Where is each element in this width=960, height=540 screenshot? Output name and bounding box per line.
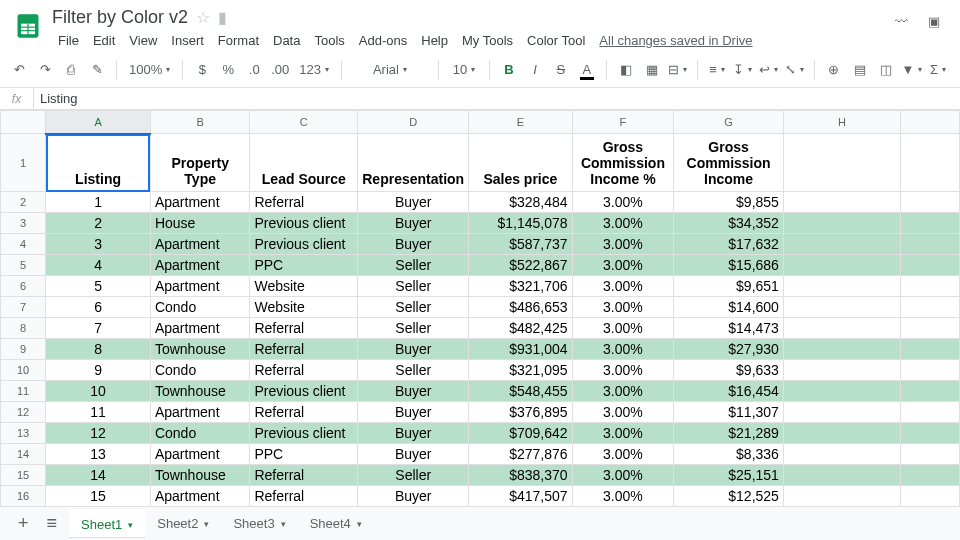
cell[interactable]: $321,095 [469, 360, 572, 381]
cell[interactable] [783, 444, 900, 465]
cell[interactable]: Gross Commission Income [674, 134, 784, 192]
cell[interactable]: $522,867 [469, 255, 572, 276]
font-select[interactable]: Arial [350, 58, 430, 82]
row-header[interactable]: 7 [1, 297, 46, 318]
menu-color-tool[interactable]: Color Tool [521, 31, 591, 50]
cell[interactable] [901, 381, 960, 402]
cell[interactable] [783, 297, 900, 318]
cell[interactable] [901, 297, 960, 318]
row-header[interactable]: 5 [1, 255, 46, 276]
cell[interactable]: $27,930 [674, 339, 784, 360]
cell[interactable]: Referral [250, 465, 358, 486]
cell[interactable] [901, 486, 960, 507]
cell[interactable]: $8,336 [674, 444, 784, 465]
cell[interactable]: 4 [46, 255, 151, 276]
decrease-decimal-button[interactable]: .0 [243, 58, 265, 82]
cell[interactable]: Buyer [358, 339, 469, 360]
cell[interactable] [783, 486, 900, 507]
cell[interactable]: 2 [46, 213, 151, 234]
cell[interactable]: $16,454 [674, 381, 784, 402]
cell[interactable]: Buyer [358, 192, 469, 213]
cell[interactable]: Townhouse [150, 465, 250, 486]
menu-data[interactable]: Data [267, 31, 306, 50]
cell[interactable]: 3.00% [572, 381, 674, 402]
cell[interactable]: Condo [150, 297, 250, 318]
cell[interactable]: Seller [358, 297, 469, 318]
valign-button[interactable]: ↧ [732, 58, 754, 82]
menu-help[interactable]: Help [415, 31, 454, 50]
cell[interactable]: 12 [46, 423, 151, 444]
functions-button[interactable]: Σ [927, 58, 949, 82]
cell[interactable] [783, 423, 900, 444]
cell[interactable]: Condo [150, 423, 250, 444]
cell[interactable]: Apartment [150, 255, 250, 276]
cell[interactable]: Buyer [358, 381, 469, 402]
cell[interactable]: $838,370 [469, 465, 572, 486]
row-header[interactable]: 4 [1, 234, 46, 255]
cell[interactable]: Referral [250, 402, 358, 423]
folder-icon[interactable]: ▮ [218, 8, 227, 27]
sheet-tab-sheet1[interactable]: Sheet1▾ [69, 509, 145, 538]
col-header-F[interactable]: F [572, 111, 674, 134]
sheet-tab-sheet4[interactable]: Sheet4▾ [298, 509, 374, 538]
cell[interactable]: 3.00% [572, 276, 674, 297]
cell[interactable]: $1,145,078 [469, 213, 572, 234]
cell[interactable]: $709,642 [469, 423, 572, 444]
cell[interactable] [783, 402, 900, 423]
cell[interactable]: $376,895 [469, 402, 572, 423]
cell[interactable]: PPC [250, 255, 358, 276]
cell[interactable]: Apartment [150, 444, 250, 465]
cell[interactable] [783, 276, 900, 297]
undo-button[interactable]: ↶ [8, 58, 30, 82]
cell[interactable]: $15,686 [674, 255, 784, 276]
cell[interactable]: $587,737 [469, 234, 572, 255]
fill-color-button[interactable]: ◧ [615, 58, 637, 82]
cell[interactable]: 3.00% [572, 423, 674, 444]
cell[interactable]: $931,004 [469, 339, 572, 360]
cell[interactable]: 3.00% [572, 213, 674, 234]
menu-tools[interactable]: Tools [308, 31, 350, 50]
cell[interactable]: 14 [46, 465, 151, 486]
cell[interactable]: $417,507 [469, 486, 572, 507]
menu-file[interactable]: File [52, 31, 85, 50]
cell[interactable]: 3.00% [572, 486, 674, 507]
spreadsheet-grid[interactable]: ABCDEFGH1ListingProperty TypeLead Source… [0, 110, 960, 510]
col-header-C[interactable]: C [250, 111, 358, 134]
cell[interactable] [783, 255, 900, 276]
cell[interactable]: 6 [46, 297, 151, 318]
cell[interactable]: Representation [358, 134, 469, 192]
cell[interactable]: $9,633 [674, 360, 784, 381]
cell[interactable]: $321,706 [469, 276, 572, 297]
filter-button[interactable]: ▼ [901, 58, 923, 82]
add-sheet-button[interactable]: + [12, 513, 35, 534]
link-button[interactable]: ⊕ [823, 58, 845, 82]
cell[interactable]: $9,855 [674, 192, 784, 213]
cell[interactable] [901, 192, 960, 213]
cell[interactable] [783, 134, 900, 192]
sheet-tab-sheet2[interactable]: Sheet2▾ [145, 509, 221, 538]
cell[interactable] [783, 192, 900, 213]
cell[interactable]: Buyer [358, 444, 469, 465]
redo-button[interactable]: ↷ [34, 58, 56, 82]
cell[interactable]: 3.00% [572, 360, 674, 381]
cell[interactable]: $25,151 [674, 465, 784, 486]
cell[interactable]: 3.00% [572, 234, 674, 255]
paint-format-button[interactable]: ✎ [86, 58, 108, 82]
cell[interactable] [783, 339, 900, 360]
cell[interactable]: 3 [46, 234, 151, 255]
cell[interactable]: Buyer [358, 402, 469, 423]
row-header[interactable]: 13 [1, 423, 46, 444]
cell[interactable]: 3.00% [572, 444, 674, 465]
col-header-D[interactable]: D [358, 111, 469, 134]
cell[interactable]: 3.00% [572, 192, 674, 213]
menu-format[interactable]: Format [212, 31, 265, 50]
cell[interactable]: Seller [358, 465, 469, 486]
cell[interactable]: 3.00% [572, 318, 674, 339]
zoom-select[interactable]: 100% [125, 58, 174, 82]
cell[interactable]: 3.00% [572, 255, 674, 276]
italic-button[interactable]: I [524, 58, 546, 82]
cell[interactable] [901, 444, 960, 465]
row-header[interactable]: 12 [1, 402, 46, 423]
row-header[interactable]: 15 [1, 465, 46, 486]
cell[interactable]: Website [250, 276, 358, 297]
